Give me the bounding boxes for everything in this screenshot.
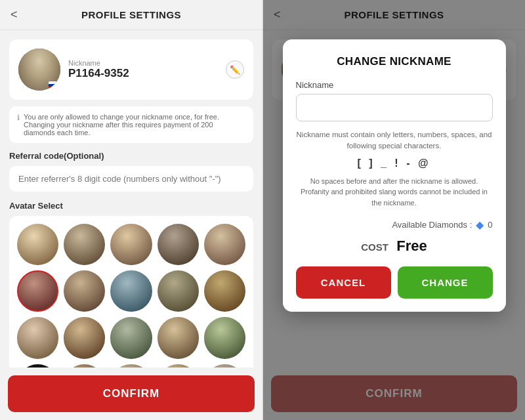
avatar-item-5[interactable] xyxy=(204,224,245,265)
avatar-item-14[interactable] xyxy=(158,317,199,358)
avatar-item-4[interactable] xyxy=(158,224,199,265)
avatar-item-18[interactable] xyxy=(110,364,152,368)
left-profile-card: Nickname P1164-9352 ✏️ xyxy=(9,39,253,100)
modal-overlay: CHANGE NICKNAME Nickname Nickname must c… xyxy=(263,0,525,420)
modal-rule1: Nickname must contain only letters, numb… xyxy=(296,129,493,152)
left-profile-info: Nickname P1164-9352 xyxy=(68,59,218,80)
left-header: < PROFILE SETTINGS xyxy=(0,0,262,30)
modal-change-button[interactable]: CHANGE xyxy=(398,266,493,299)
left-header-title: PROFILE SETTINGS xyxy=(81,9,181,20)
avatar-item-13[interactable] xyxy=(110,317,152,358)
avatar-item-10[interactable] xyxy=(204,270,245,312)
left-flag-badge xyxy=(49,81,59,89)
left-panel: < PROFILE SETTINGS Nickname P1164-9352 ✏… xyxy=(0,0,262,420)
left-info-text: ℹ You are only allowed to change your ni… xyxy=(9,106,253,143)
left-nickname-label: Nickname xyxy=(68,59,218,67)
left-nickname-value: P1164-9352 xyxy=(68,67,218,80)
modal-cancel-button[interactable]: CANCEL xyxy=(296,266,391,299)
right-panel: < PROFILE SETTINGS Nickname P1164-9352 ✏… xyxy=(262,0,525,420)
modal-title: CHANGE NICKNAME xyxy=(296,55,493,68)
modal-cost-row: COST Free xyxy=(296,238,493,255)
left-back-button[interactable]: < xyxy=(10,8,18,22)
left-edit-button[interactable]: ✏️ xyxy=(226,60,244,79)
left-avatar xyxy=(18,49,60,91)
avatar-item-3[interactable] xyxy=(110,224,152,265)
change-nickname-modal: CHANGE NICKNAME Nickname Nickname must c… xyxy=(283,39,506,312)
avatar-item-2[interactable] xyxy=(64,224,105,265)
modal-diamonds-row: Available Diamonds : ◆ 0 xyxy=(296,219,493,231)
left-referral-section: Referral code(Optional) xyxy=(9,151,253,192)
cost-value: Free xyxy=(396,238,427,254)
avatar-item-9[interactable] xyxy=(158,270,199,312)
avatar-item-16[interactable] xyxy=(17,364,58,368)
avatar-item-19[interactable] xyxy=(158,364,199,368)
avatar-item-17[interactable] xyxy=(64,364,105,368)
avatar-item-11[interactable] xyxy=(17,317,58,358)
left-info-content: You are only allowed to change your nick… xyxy=(24,113,245,136)
avatar-item-6[interactable] xyxy=(17,270,58,312)
left-referral-input[interactable] xyxy=(9,166,253,192)
cost-label: COST xyxy=(361,242,388,253)
avatar-item-8[interactable] xyxy=(110,270,152,312)
modal-rule2: No spaces before and after the nickname … xyxy=(296,176,493,209)
info-icon: ℹ xyxy=(17,114,20,122)
left-avatar-label: Avatar Select xyxy=(9,201,253,211)
modal-nickname-input[interactable] xyxy=(296,94,493,121)
avatar-item-20[interactable] xyxy=(204,364,245,368)
left-avatar-grid xyxy=(9,216,253,368)
diamonds-label: Available Diamonds : xyxy=(392,220,472,230)
avatar-item-15[interactable] xyxy=(204,317,245,358)
left-confirm-button[interactable]: CONFIRM xyxy=(8,375,255,412)
avatar-item-12[interactable] xyxy=(64,317,105,358)
diamond-icon: ◆ xyxy=(476,219,484,231)
avatar-item-1[interactable] xyxy=(17,224,58,265)
avatar-item-7[interactable] xyxy=(64,270,105,312)
modal-special-chars: [ ] _ ! - @ xyxy=(296,158,493,169)
modal-actions: CANCEL CHANGE xyxy=(296,266,493,299)
diamonds-count: 0 xyxy=(488,220,492,230)
modal-field-label: Nickname xyxy=(296,80,493,90)
left-content: Nickname P1164-9352 ✏️ ℹ You are only al… xyxy=(0,30,262,368)
left-referral-label: Referral code(Optional) xyxy=(9,151,253,161)
